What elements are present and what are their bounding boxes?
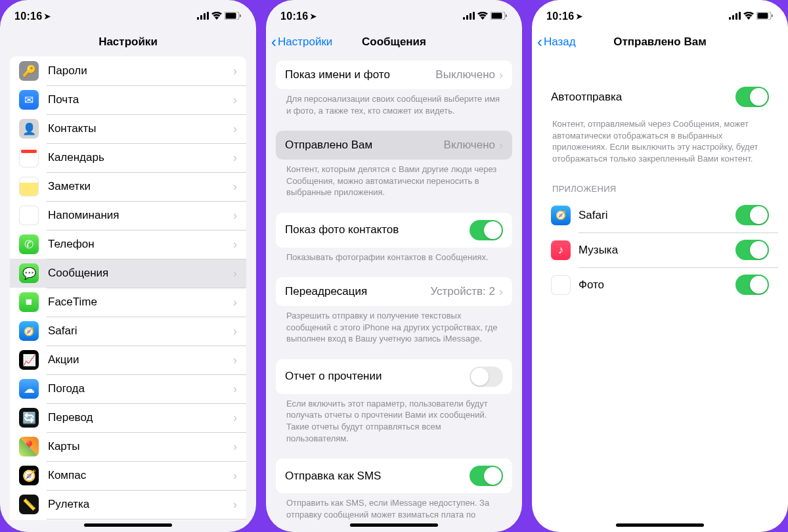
settings-row-shortcuts[interactable]: ⌘ Быстрые команды › xyxy=(10,519,246,520)
settings-row-phone[interactable]: ✆ Телефон › xyxy=(10,230,246,259)
cell-send-as-sms[interactable]: Отправка как SMS xyxy=(276,458,512,493)
svg-rect-5 xyxy=(226,13,236,19)
translate-icon: 🔄 xyxy=(19,408,39,428)
battery-icon xyxy=(225,11,242,22)
chevron-left-icon: ‹ xyxy=(537,34,542,50)
row-label: Акции xyxy=(48,353,233,366)
settings-row-measure[interactable]: 📏 Рулетка › xyxy=(10,490,246,519)
status-time: 10:16 xyxy=(546,11,574,22)
settings-row-maps[interactable]: 📍 Карты › xyxy=(10,432,246,461)
chevron-right-icon: › xyxy=(233,267,237,280)
settings-row-messages[interactable]: 💬 Сообщения › xyxy=(10,259,246,288)
location-icon: ➤ xyxy=(576,12,582,21)
home-indicator[interactable] xyxy=(616,523,704,527)
toggle[interactable] xyxy=(735,205,769,225)
status-bar: 10:16➤ xyxy=(532,0,788,28)
svg-rect-14 xyxy=(729,17,731,20)
nav-bar: ‹Назад Отправлено Вам xyxy=(532,28,788,56)
cell-label: Safari xyxy=(579,209,735,222)
cell-name-photo[interactable]: Показ имени и фото Выключено › xyxy=(276,60,512,89)
row-label: Заметки xyxy=(48,180,233,193)
chevron-right-icon: › xyxy=(233,440,237,454)
cell-label: Автоотправка xyxy=(551,91,735,104)
status-icons xyxy=(197,11,242,22)
cell-read-receipts[interactable]: Отчет о прочтении xyxy=(276,359,512,394)
back-button[interactable]: ‹Настройки xyxy=(271,34,332,50)
settings-row-passwords[interactable]: 🔑 Пароли › xyxy=(10,56,246,85)
notes-icon xyxy=(19,177,39,196)
status-icons xyxy=(729,11,774,22)
toggle[interactable] xyxy=(470,366,503,387)
measure-icon: 📏 xyxy=(19,495,39,514)
section-footer: Для персонализации своих сообщений выбер… xyxy=(276,89,512,116)
back-label: Назад xyxy=(544,35,576,49)
app-row-photos[interactable]: ✿ Фото xyxy=(542,267,778,302)
settings-row-facetime[interactable]: ■ FaceTime › xyxy=(10,288,246,317)
svg-rect-0 xyxy=(197,17,199,20)
messages-icon: 💬 xyxy=(19,263,39,283)
page-title: Сообщения xyxy=(362,35,426,49)
settings-row-compass[interactable]: 🧭 Компас › xyxy=(10,461,246,490)
toggle[interactable] xyxy=(470,466,503,486)
settings-row-notes[interactable]: Заметки › xyxy=(10,172,246,201)
section-header: ПРИЛОЖЕНИЯ xyxy=(542,184,778,198)
nav-bar: ‹Настройки Сообщения xyxy=(266,28,522,56)
row-label: Перевод xyxy=(48,411,233,424)
settings-row-translate[interactable]: 🔄 Перевод › xyxy=(10,403,246,432)
back-button[interactable]: ‹Назад xyxy=(537,34,576,50)
settings-row-weather[interactable]: ☁︎ Погода › xyxy=(10,374,246,403)
safari-icon: 🧭 xyxy=(19,321,39,341)
chevron-right-icon: › xyxy=(233,151,237,165)
toggle[interactable] xyxy=(470,220,503,240)
screen-settings: 10:16➤ Настройки 🔑 Пароли ›✉︎ Почта ›👤 К… xyxy=(0,0,256,532)
toggle[interactable] xyxy=(735,240,769,260)
settings-row-safari[interactable]: 🧭 Safari › xyxy=(10,317,246,345)
reminders-icon: ⋮ xyxy=(19,206,39,225)
cell-contact-photos[interactable]: Показ фото контактов xyxy=(276,213,512,248)
svg-rect-19 xyxy=(758,13,768,19)
home-indicator[interactable] xyxy=(350,523,438,527)
location-icon: ➤ xyxy=(310,12,317,21)
row-label: Рулетка xyxy=(48,498,233,511)
cell-auto-share[interactable]: Автоотправка xyxy=(542,79,778,114)
settings-row-mail[interactable]: ✉︎ Почта › xyxy=(10,85,246,114)
nav-bar: Настройки xyxy=(0,28,256,56)
app-row-music[interactable]: ♪ Музыка xyxy=(542,233,778,267)
svg-rect-8 xyxy=(466,15,468,20)
settings-row-reminders[interactable]: ⋮ Напоминания › xyxy=(10,201,246,230)
settings-row-contacts[interactable]: 👤 Контакты › xyxy=(10,114,246,143)
row-label: Safari xyxy=(48,324,233,338)
passwords-icon: 🔑 xyxy=(19,61,39,81)
toggle[interactable] xyxy=(735,87,769,107)
cell-label: Показ фото контактов xyxy=(285,223,470,236)
status-bar: 10:16➤ xyxy=(266,0,522,28)
chevron-right-icon: › xyxy=(233,122,237,136)
settings-row-calendar[interactable]: Календарь › xyxy=(10,143,246,172)
cell-label: Переадресация xyxy=(285,285,430,298)
svg-rect-7 xyxy=(463,17,465,20)
cell-label: Отчет о прочтении xyxy=(285,370,470,383)
chevron-right-icon: › xyxy=(233,238,237,252)
home-indicator[interactable] xyxy=(84,523,172,527)
stocks-icon: 📈 xyxy=(19,350,39,370)
cell-forwarding[interactable]: Переадресация Устройств: 2 › xyxy=(276,277,512,306)
svg-rect-1 xyxy=(200,15,202,20)
row-label: Календарь xyxy=(48,151,233,164)
chevron-right-icon: › xyxy=(233,180,237,194)
facetime-icon: ■ xyxy=(19,292,39,312)
row-label: Пароли xyxy=(48,64,233,78)
status-time: 10:16 xyxy=(280,11,308,22)
toggle[interactable] xyxy=(735,275,769,295)
svg-rect-10 xyxy=(473,12,475,20)
wifi-icon xyxy=(477,11,488,22)
cell-shared-with-you[interactable]: Отправлено Вам Включено › xyxy=(276,131,512,160)
chevron-right-icon: › xyxy=(233,324,237,338)
settings-row-stocks[interactable]: 📈 Акции › xyxy=(10,345,246,374)
status-time: 10:16 xyxy=(14,11,42,22)
svg-rect-3 xyxy=(207,12,209,20)
chevron-right-icon: › xyxy=(233,469,237,483)
chevron-right-icon: › xyxy=(233,498,237,512)
row-label: Погода xyxy=(48,382,233,395)
app-row-safari[interactable]: 🧭 Safari xyxy=(542,198,778,233)
music-icon: ♪ xyxy=(551,240,571,260)
